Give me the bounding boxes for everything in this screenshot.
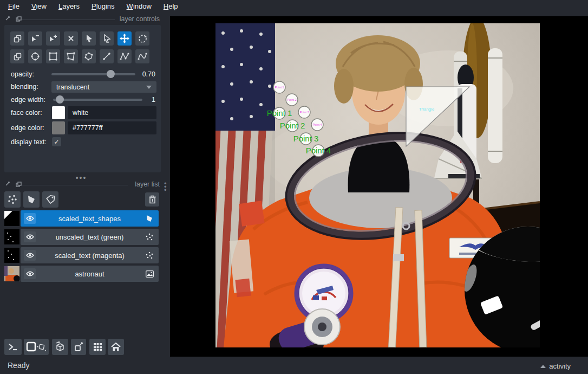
select-vertex-button[interactable] (100, 31, 114, 46)
point-label-green: Point 4 (306, 146, 331, 155)
layer-list: scaled_text_shapes unscaled_text (green)… (4, 210, 161, 284)
edge-color-label: edge color: (11, 124, 44, 132)
add-rectangle-button[interactable] (46, 49, 60, 63)
layer-name: astronaut (21, 266, 159, 282)
face-color-value: white (73, 109, 88, 117)
edge-width-slider[interactable] (53, 99, 142, 101)
dock-float-icon[interactable] (16, 182, 22, 188)
image-layer-icon (145, 269, 154, 279)
menu-view[interactable]: View (25, 1, 53, 11)
layer-row-points-green[interactable]: unscaled_text (green) (4, 229, 161, 245)
new-labels-layer-button[interactable] (42, 191, 58, 208)
triangle-shape[interactable] (406, 87, 469, 146)
add-polyline-button[interactable] (135, 49, 149, 63)
edge-color-field[interactable]: #777777ff (68, 121, 156, 134)
add-line-button[interactable] (100, 49, 114, 63)
new-points-layer-icon (8, 195, 17, 204)
dock-hide-icon[interactable] (5, 16, 11, 22)
annotation-overlay: TrianglePoint 1Point 2Point 3Point 4Poin… (170, 16, 588, 357)
opacity-label: opacity: (11, 70, 34, 78)
grid-view-icon (93, 343, 102, 352)
opacity-slider[interactable] (51, 73, 135, 75)
display-text-checkbox[interactable]: ✓ (52, 137, 61, 146)
new-shapes-layer-button[interactable] (23, 191, 40, 208)
home-icon (111, 343, 121, 352)
point-label-magenta: Point 2 (287, 98, 296, 101)
menu-help[interactable]: Help (158, 1, 184, 11)
new-points-layer-button[interactable] (4, 191, 21, 208)
menu-plugins[interactable]: Plugins (86, 1, 121, 11)
activity-toggle[interactable]: activity (540, 362, 571, 370)
blending-dropdown[interactable]: translucent (51, 81, 156, 93)
edge-color-value: #777777ff (73, 124, 102, 132)
move-front-button[interactable] (10, 49, 24, 63)
vertex-remove-button[interactable] (28, 31, 42, 46)
new-labels-layer-icon (45, 195, 56, 205)
point-label-magenta: Point 4 (312, 123, 322, 126)
menu-layers[interactable]: Layers (53, 1, 86, 11)
dock-hide-icon[interactable] (5, 182, 11, 188)
move-button[interactable] (117, 31, 132, 46)
move-back-button[interactable] (10, 31, 24, 46)
check-icon: ✓ (54, 138, 59, 146)
blending-value: translucent (56, 83, 89, 91)
add-polygon-button[interactable] (64, 49, 78, 63)
add-polygon-lasso-button[interactable] (82, 49, 96, 63)
shapes-layer-icon (145, 214, 154, 223)
add-path-button[interactable] (117, 49, 132, 63)
caret-up-icon (540, 365, 546, 368)
point-label-magenta: Point 3 (299, 111, 309, 114)
point-label-green: Point 2 (280, 121, 305, 130)
ndisplay-2d3d-icon (26, 341, 47, 352)
dock-menu-icon[interactable]: ••• (164, 182, 166, 192)
add-ellipse-button[interactable] (28, 49, 42, 63)
point-label-green: Point 1 (267, 108, 292, 118)
layer-name: unscaled_text (green) (21, 229, 159, 245)
face-color-label: face color: (11, 109, 42, 117)
face-color-field[interactable]: white (68, 106, 156, 119)
menu-file[interactable]: File (2, 1, 25, 11)
vertex-insert-button[interactable] (46, 31, 60, 46)
display-text-label: display text: (11, 138, 47, 146)
ndisplay-button[interactable] (24, 339, 49, 355)
face-color-swatch[interactable] (52, 106, 65, 119)
menu-bar: File View Layers Plugins Window Help (0, 0, 588, 12)
layer-thumbnail (4, 211, 19, 226)
layer-controls-header: layer controls (4, 15, 167, 24)
transpose-dims-button[interactable] (71, 339, 86, 355)
layer-thumbnail (4, 229, 19, 244)
transform-button[interactable] (135, 31, 149, 46)
activity-label: activity (549, 362, 571, 370)
roll-dims-icon (55, 341, 66, 352)
console-button[interactable] (4, 339, 22, 355)
new-shapes-layer-icon (27, 195, 36, 204)
points-layer-icon (145, 250, 154, 260)
status-bar: Ready activity (0, 357, 588, 374)
layer-row-image[interactable]: astronaut (4, 266, 161, 282)
menu-window[interactable]: Window (121, 1, 158, 11)
viewer-canvas[interactable]: TrianglePoint 1Point 2Point 3Point 4Poin… (170, 16, 588, 357)
delete-layer-button[interactable] (145, 192, 159, 207)
roll-dims-button[interactable] (52, 339, 68, 355)
layer-thumbnail (4, 248, 19, 263)
opacity-slider-handle[interactable] (107, 70, 115, 78)
status-message: Ready (8, 361, 29, 370)
opacity-value: 0.70 (132, 70, 155, 78)
grid-view-button[interactable] (89, 339, 106, 355)
edge-width-label: edge width: (11, 96, 45, 104)
select-shape-button[interactable] (82, 31, 96, 46)
dock-float-icon[interactable] (16, 16, 22, 22)
edge-width-slider-handle[interactable] (56, 95, 64, 104)
delete-shape-button[interactable] (64, 31, 78, 46)
napari-window: File View Layers Plugins Window Help lay… (0, 0, 588, 374)
layer-list-title: layer list (135, 180, 160, 188)
home-button[interactable] (108, 339, 124, 355)
layer-row-shapes[interactable]: scaled_text_shapes (4, 210, 161, 227)
edge-color-swatch[interactable] (52, 121, 65, 134)
trash-icon (148, 195, 156, 204)
layer-name: scaled_text_shapes (21, 210, 159, 227)
transpose-dims-icon (74, 342, 84, 352)
chevron-down-icon (146, 86, 152, 89)
layer-list-header: layer list (4, 180, 167, 189)
layer-row-points-magenta[interactable]: scaled_text (magenta) (4, 247, 161, 263)
